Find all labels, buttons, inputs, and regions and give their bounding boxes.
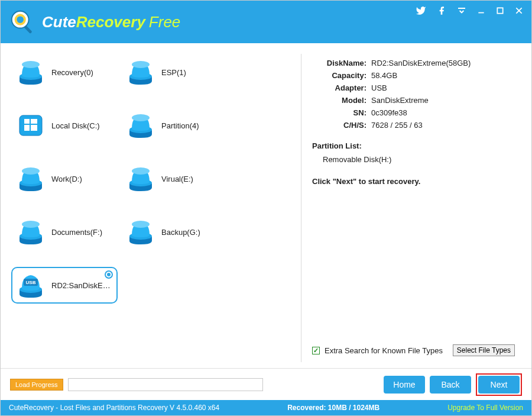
load-progress-input[interactable] <box>68 378 263 391</box>
window-controls <box>416 5 523 16</box>
load-progress-button[interactable]: Load Progress <box>10 379 63 391</box>
info-key-model: Model: <box>312 96 371 105</box>
disk-label: Recovery(0) <box>51 68 93 77</box>
extra-search-row: ✓ Extra Search for Known File Types Sele… <box>312 344 515 360</box>
maximize-icon[interactable] <box>496 7 504 15</box>
disk-info-table: DiskName:RD2:SanDiskExtreme(58GB) Capaci… <box>312 59 515 133</box>
menu-dropdown-icon[interactable] <box>457 6 466 15</box>
disk-item[interactable]: Work(D:) <box>11 160 118 197</box>
disk-item[interactable]: Documents(F:) <box>11 214 118 250</box>
info-val-model: SanDiskExtreme <box>371 96 515 105</box>
extra-search-label: Extra Search for Known File Types <box>325 346 443 355</box>
disk-icon <box>126 57 155 87</box>
disk-item[interactable]: Partition(4) <box>121 107 228 144</box>
app-window: CuteRecoveryFree <box>0 0 532 416</box>
disk-icon <box>126 164 155 194</box>
disk-item[interactable]: Backup(G:) <box>121 214 228 250</box>
close-icon[interactable] <box>515 7 523 15</box>
titlebar: CuteRecoveryFree <box>1 1 531 43</box>
partition-list: Removable Disk(H:) <box>312 155 515 169</box>
info-key-adapter: Adapter: <box>312 83 371 92</box>
disk-icon <box>16 217 46 247</box>
disk-item[interactable]: ESP(1) <box>121 54 228 91</box>
upgrade-link[interactable]: Upgrade To Full Version <box>447 404 523 412</box>
svg-rect-15 <box>24 119 30 124</box>
disk-item[interactable]: Local Disk(C:) <box>11 107 118 144</box>
partition-list-header: Partition List: <box>312 141 515 150</box>
status-center-text: Recovered: 10MB / 1024MB <box>219 404 447 412</box>
svg-point-28 <box>132 221 150 228</box>
svg-point-12 <box>132 61 150 68</box>
extra-search-checkbox[interactable]: ✓ <box>312 347 320 354</box>
disk-label: Partition(4) <box>161 121 199 130</box>
disk-label: Documents(F:) <box>51 228 102 237</box>
next-button[interactable]: Next <box>478 376 520 394</box>
selected-radio-icon <box>105 270 113 279</box>
svg-rect-3 <box>24 25 32 34</box>
disk-item[interactable]: USBRD2:SanDiskEx... <box>11 267 118 304</box>
hint-text: Click "Next" to start recovery. <box>312 177 515 186</box>
info-val-chs: 7628 / 255 / 63 <box>371 121 515 130</box>
disk-label: RD2:SanDiskEx... <box>51 281 111 290</box>
info-key-capacity: Capacity: <box>312 71 371 80</box>
info-val-adapter: USB <box>371 83 515 92</box>
disk-icon <box>126 111 155 140</box>
twitter-icon[interactable] <box>416 5 426 16</box>
svg-point-24 <box>132 167 150 175</box>
svg-rect-18 <box>31 125 37 131</box>
info-panel: DiskName:RD2:SanDiskExtreme(58GB) Capaci… <box>301 54 521 362</box>
partition-item[interactable]: Removable Disk(H:) <box>323 155 515 164</box>
info-val-diskname: RD2:SanDiskExtreme(58GB) <box>371 59 515 67</box>
facebook-icon[interactable] <box>437 6 446 15</box>
disk-icon <box>16 57 46 87</box>
disk-label: Work(D:) <box>51 175 82 183</box>
minimize-icon[interactable] <box>477 7 485 15</box>
magnifier-disk-icon <box>9 8 36 36</box>
svg-point-10 <box>22 61 40 68</box>
disk-label: Backup(G:) <box>161 228 200 237</box>
disk-grid: Recovery(0)ESP(1)Local Disk(C:)Partition… <box>11 54 301 362</box>
select-file-types-button[interactable]: Select File Types <box>453 344 515 356</box>
info-key-diskname: DiskName: <box>312 59 371 67</box>
main-area: Recovery(0)ESP(1)Local Disk(C:)Partition… <box>1 43 531 368</box>
svg-rect-6 <box>497 8 502 13</box>
back-button[interactable]: Back <box>430 376 471 394</box>
bottom-toolbar: Load Progress Home Back Next <box>1 368 531 400</box>
disk-label: Virual(E:) <box>161 175 193 183</box>
disk-item[interactable]: Virual(E:) <box>121 160 228 197</box>
info-key-sn: SN: <box>312 108 371 117</box>
svg-point-20 <box>132 114 150 121</box>
usb-icon: USB <box>16 270 46 300</box>
disk-label: ESP(1) <box>161 68 186 77</box>
app-title: CuteRecoveryFree <box>42 13 180 31</box>
disk-icon <box>16 164 46 194</box>
disk-label: Local Disk(C:) <box>51 121 100 130</box>
info-val-sn: 0c309fe38 <box>371 108 515 117</box>
svg-point-22 <box>22 167 40 175</box>
disk-item[interactable]: Recovery(0) <box>11 54 118 91</box>
svg-rect-16 <box>31 119 37 124</box>
next-button-highlight: Next <box>476 373 522 396</box>
disk-icon <box>126 217 155 247</box>
home-button[interactable]: Home <box>384 376 425 394</box>
app-logo: CuteRecoveryFree <box>9 8 180 36</box>
svg-text:USB: USB <box>26 280 36 285</box>
svg-rect-17 <box>24 125 30 131</box>
svg-point-2 <box>17 16 23 22</box>
status-bar: CuteRecovery - Lost Files and Partitions… <box>1 400 531 415</box>
windisk-icon <box>16 111 46 140</box>
status-left-text: CuteRecovery - Lost Files and Partitions… <box>9 404 219 412</box>
info-val-capacity: 58.4GB <box>371 71 515 80</box>
svg-point-26 <box>22 221 40 228</box>
info-key-chs: C/H/S: <box>312 121 371 130</box>
